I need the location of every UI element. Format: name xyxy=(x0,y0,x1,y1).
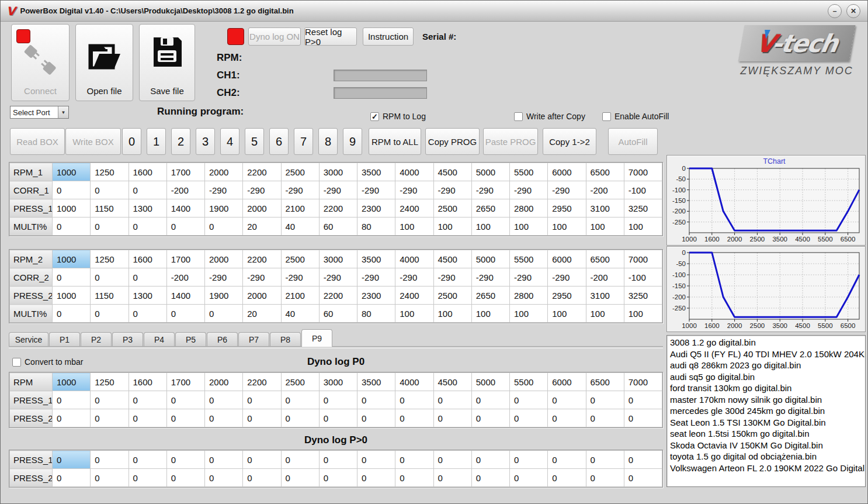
table-cell[interactable]: 2650 xyxy=(471,286,509,305)
table-cell[interactable]: 2650 xyxy=(471,199,509,218)
table-cell[interactable]: -290 xyxy=(319,268,357,286)
table-cell[interactable]: 0 xyxy=(166,218,204,236)
program-tab-p4[interactable]: P4 xyxy=(144,332,175,347)
table-cell[interactable]: -290 xyxy=(548,268,586,286)
table-cell[interactable]: 3100 xyxy=(586,286,624,305)
table-cell[interactable]: 0 xyxy=(510,451,548,469)
table-cell[interactable]: 0 xyxy=(53,218,91,236)
program-digit-button-4[interactable]: 4 xyxy=(220,128,239,155)
table-cell[interactable]: 2000 xyxy=(243,286,281,305)
table-cell[interactable]: 0 xyxy=(166,305,204,323)
file-list-item-audi-q8-286km-2023-go-di[interactable]: audi q8 286km 2023 go digital.bin xyxy=(670,360,865,371)
table-cell[interactable]: 1600 xyxy=(129,163,166,181)
table-cell[interactable]: 2300 xyxy=(357,199,395,218)
table-cell[interactable]: 60 xyxy=(319,218,357,236)
table-cell[interactable]: 0 xyxy=(548,409,586,427)
enable-autofill-checkbox[interactable]: Enable AutoFill xyxy=(602,112,669,121)
connect-button[interactable]: Connect xyxy=(11,24,70,101)
table-cell[interactable]: 2000 xyxy=(205,250,243,268)
table-cell[interactable]: 2200 xyxy=(243,373,281,391)
table-cell[interactable]: 2500 xyxy=(433,286,471,305)
table-cell[interactable]: 0 xyxy=(281,409,319,427)
table-cell[interactable]: 0 xyxy=(471,391,509,409)
table-cell[interactable]: 1000 xyxy=(53,250,91,268)
table-cell[interactable]: 0 xyxy=(166,409,204,427)
table-cell[interactable]: -200 xyxy=(166,268,204,286)
table-cell[interactable]: 1150 xyxy=(91,199,129,218)
table-cell[interactable]: -290 xyxy=(205,181,243,199)
table-cell[interactable]: 6500 xyxy=(586,250,624,268)
table-cell[interactable]: 2500 xyxy=(281,373,319,391)
file-list-item-seat-leon-1-5tsi-150km-g[interactable]: seat leon 1.5tsi 150km go digital.bin xyxy=(670,428,865,440)
write-box-button[interactable]: Write BOX xyxy=(65,128,121,155)
table-cell[interactable]: 2200 xyxy=(319,199,357,218)
table-cell[interactable]: -200 xyxy=(586,268,624,286)
table-cell[interactable]: 1700 xyxy=(166,163,204,181)
program-digit-button-6[interactable]: 6 xyxy=(269,128,289,155)
table-cell[interactable]: 100 xyxy=(624,305,662,323)
file-list-item-3008-1-2-go-digital-bin[interactable]: 3008 1.2 go digital.bin xyxy=(670,337,865,348)
table-cell[interactable]: 0 xyxy=(91,181,129,199)
table-cell[interactable]: 3000 xyxy=(319,250,357,268)
table-cell[interactable]: 0 xyxy=(129,268,166,286)
table-cell[interactable]: 0 xyxy=(166,391,204,409)
table-cell[interactable]: 5500 xyxy=(510,163,548,181)
table-cell[interactable]: 7000 xyxy=(624,373,662,391)
table-cell[interactable]: -290 xyxy=(281,268,319,286)
table-cell[interactable]: 0 xyxy=(129,181,166,199)
table-cell[interactable]: 6500 xyxy=(586,163,624,181)
table-cell[interactable]: 1700 xyxy=(166,250,204,268)
open-file-button[interactable]: Open file xyxy=(75,24,133,101)
minimize-button[interactable]: – xyxy=(828,4,842,18)
table-cell[interactable]: 0 xyxy=(166,451,204,469)
table-cell[interactable]: 0 xyxy=(586,451,624,469)
write-after-copy-checkbox[interactable]: Write after Copy xyxy=(514,112,585,121)
table-cell[interactable]: 0 xyxy=(205,409,243,427)
file-list-item-ford-transit-130km-go-di[interactable]: ford transit 130km go digital.bin xyxy=(670,382,865,394)
program-tab-service[interactable]: Service xyxy=(9,332,48,347)
table-cell[interactable]: 0 xyxy=(395,451,433,469)
table-cell[interactable]: 5000 xyxy=(471,250,509,268)
table-cell[interactable]: 0 xyxy=(243,409,281,427)
table-cell[interactable]: -100 xyxy=(624,181,662,199)
table-cell[interactable]: -200 xyxy=(586,181,624,199)
table-cell[interactable]: 1250 xyxy=(91,163,129,181)
table-cell[interactable]: 2500 xyxy=(433,199,471,218)
select-port-dropdown[interactable]: Select Port ▼ xyxy=(10,106,69,119)
table-cell[interactable]: 2000 xyxy=(205,373,243,391)
table-cell[interactable]: 0 xyxy=(433,469,471,487)
table-cell[interactable]: 4000 xyxy=(395,163,433,181)
table-cell[interactable]: 0 xyxy=(471,409,509,427)
table-cell[interactable]: -290 xyxy=(205,268,243,286)
table-cell[interactable]: 0 xyxy=(395,469,433,487)
copy-prog-button[interactable]: Copy PROG xyxy=(425,128,480,155)
table-cell[interactable]: 2800 xyxy=(510,286,548,305)
table-cell[interactable]: 4500 xyxy=(433,250,471,268)
table-cell[interactable]: 0 xyxy=(243,391,281,409)
table-cell[interactable]: 0 xyxy=(53,391,91,409)
table-cell[interactable]: 3250 xyxy=(624,199,662,218)
table-cell[interactable]: 100 xyxy=(433,218,471,236)
table-cell[interactable]: -290 xyxy=(243,181,281,199)
program-tab-p8[interactable]: P8 xyxy=(270,332,301,347)
program-tab-p3[interactable]: P3 xyxy=(112,332,143,347)
table-cell[interactable]: 7000 xyxy=(624,163,662,181)
read-box-button[interactable]: Read BOX xyxy=(10,128,65,155)
table-cell[interactable]: 0 xyxy=(510,469,548,487)
table-cell[interactable]: 0 xyxy=(281,391,319,409)
table-cell[interactable]: 0 xyxy=(91,305,129,323)
program-tab-p5[interactable]: P5 xyxy=(175,332,206,347)
file-list-item-skoda-octavia-iv-150km-g[interactable]: Skoda Octavia IV 150KM Go Digital.bin xyxy=(670,440,865,451)
table-cell[interactable]: 100 xyxy=(586,305,624,323)
table-cell[interactable]: 1000 xyxy=(53,199,91,218)
table-cell[interactable]: -290 xyxy=(471,181,509,199)
table-cell[interactable]: 3000 xyxy=(319,373,357,391)
table-cell[interactable]: 1700 xyxy=(166,373,204,391)
rpm-to-all-button[interactable]: RPM to ALL xyxy=(369,128,421,155)
table-cell[interactable]: 40 xyxy=(281,305,319,323)
table-cell[interactable]: 2800 xyxy=(510,199,548,218)
table-cell[interactable]: 100 xyxy=(510,218,548,236)
table-cell[interactable]: 2300 xyxy=(357,286,395,305)
table-cell[interactable]: 0 xyxy=(319,391,357,409)
table-cell[interactable]: 0 xyxy=(624,391,662,409)
